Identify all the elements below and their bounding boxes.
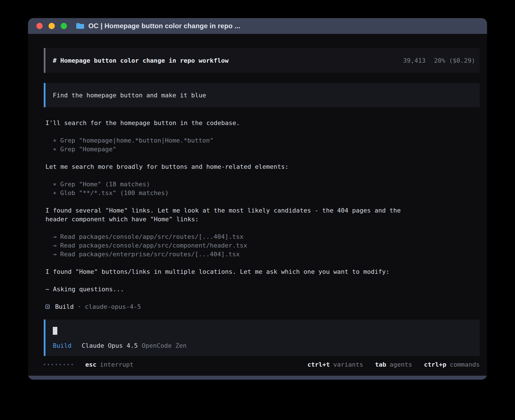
user-message: Find the homepage button and make it blu… — [44, 83, 480, 107]
prompt-input[interactable]: Build Claude Opus 4.5 OpenCode Zen — [44, 320, 480, 356]
terminal-window: OC | Homepage button color change in rep… — [28, 18, 487, 380]
tool-call-group: ∗Grep "Home" (18 matches) ∗Glob "**/*.ts… — [45, 180, 480, 197]
active-model-label[interactable]: Claude Opus 4.5 — [82, 342, 138, 349]
tool-call-label: Read packages/console/app/src/routes/[..… — [60, 233, 243, 240]
tool-call-group: ∗Grep "homepage|home.*button|Home.*butto… — [45, 136, 480, 154]
statusbar-left: esc interrupt — [44, 361, 134, 368]
user-message-text: Find the homepage button and make it blu… — [53, 92, 206, 99]
assistant-paragraph: I'll search for the homepage button in t… — [45, 119, 415, 127]
traffic-lights — [36, 23, 67, 29]
tool-call-glob: ∗Glob "**/*.tsx" (100 matches) — [53, 189, 480, 197]
session-stats: 39,413 20% ($0.29) — [403, 57, 475, 64]
tool-bullet-icon: ∗ — [53, 137, 56, 144]
terminal-content: # Homepage button color change in repo w… — [28, 34, 487, 376]
shortcut-key: ctrl+t — [307, 361, 330, 368]
separator-dot: · — [77, 302, 81, 311]
assistant-paragraph: I found "Home" buttons/links in multiple… — [45, 267, 415, 276]
shortcut-agents: tab agents — [375, 361, 412, 368]
tool-call-label: Grep "Homepage" — [60, 146, 116, 153]
session-title: # Homepage button color change in repo w… — [53, 57, 229, 64]
agent-status-line: Build · claude-opus-4-5 — [45, 302, 480, 311]
shortcut-variants: ctrl+t variants — [307, 361, 363, 368]
assistant-paragraph: Let me search more broadly for buttons a… — [45, 162, 415, 171]
tool-bullet-icon: ∗ — [53, 189, 56, 196]
zoom-button[interactable] — [61, 23, 67, 29]
arrow-right-icon: → — [53, 233, 56, 240]
shortcut-label: agents — [390, 361, 412, 368]
shortcut-interrupt: esc interrupt — [85, 361, 134, 368]
session-header: # Homepage button color change in repo w… — [44, 48, 480, 73]
model-id: claude-opus-4-5 — [85, 302, 141, 311]
token-count: 39,413 — [403, 57, 425, 64]
agent-box-icon — [45, 305, 50, 309]
tool-call-label: Glob "**/*.tsx" (100 matches) — [60, 189, 169, 196]
window-titlebar[interactable]: OC | Homepage button color change in rep… — [28, 18, 487, 34]
tool-call-label: Grep "Home" (18 matches) — [60, 181, 150, 188]
arrow-right-icon: → — [53, 251, 56, 258]
tool-call-label: Grep "homepage|home.*button|Home.*button… — [60, 137, 213, 144]
minimize-button[interactable] — [49, 23, 55, 29]
assistant-paragraph: I found several "Home" links. Let me loo… — [45, 206, 415, 224]
tool-bullet-icon: ∗ — [53, 146, 56, 153]
input-meta-line: Build Claude Opus 4.5 OpenCode Zen — [53, 342, 472, 349]
arrow-right-icon: → — [53, 242, 56, 249]
text-cursor — [53, 327, 57, 335]
assistant-working-status: ~ Asking questions... — [45, 285, 415, 294]
tool-call-label: Read packages/console/app/src/component/… — [60, 242, 247, 249]
tool-bullet-icon: ∗ — [53, 181, 56, 188]
active-agent-label[interactable]: Build — [53, 342, 71, 349]
assistant-transcript: I'll search for the homepage button in t… — [44, 119, 480, 311]
window-title: OC | Homepage button color change in rep… — [88, 22, 240, 30]
status-bar: esc interrupt ctrl+t variants tab agents… — [44, 361, 480, 368]
progress-dots-icon — [44, 364, 73, 365]
folder-icon — [76, 23, 84, 29]
context-usage: 20% ($0.29) — [434, 57, 475, 64]
provider-label: OpenCode Zen — [142, 342, 187, 349]
tool-call-read: →Read packages/console/app/src/routes/[.… — [53, 232, 480, 241]
shortcut-key: ctrl+p — [424, 361, 446, 368]
tool-call-grep: ∗Grep "Home" (18 matches) — [53, 180, 480, 189]
statusbar-right: ctrl+t variants tab agents ctrl+p comman… — [307, 361, 480, 368]
shortcut-label: variants — [333, 361, 363, 368]
tool-call-read: →Read packages/console/app/src/component… — [53, 241, 480, 250]
tool-call-grep: ∗Grep "Homepage" — [53, 145, 480, 154]
shortcut-key: esc — [85, 361, 97, 368]
shortcut-label: commands — [450, 361, 480, 368]
shortcut-commands: ctrl+p commands — [424, 361, 480, 368]
close-button[interactable] — [36, 23, 43, 29]
agent-name: Build — [55, 302, 74, 311]
tool-call-read: →Read packages/enterprise/src/routes/[..… — [53, 250, 480, 259]
shortcut-label: interrupt — [100, 361, 134, 368]
tool-call-grep: ∗Grep "homepage|home.*button|Home.*butto… — [53, 136, 480, 145]
tool-call-group: →Read packages/console/app/src/routes/[.… — [45, 232, 480, 259]
shortcut-key: tab — [375, 361, 386, 368]
tool-call-label: Read packages/enterprise/src/routes/[...… — [60, 251, 240, 258]
